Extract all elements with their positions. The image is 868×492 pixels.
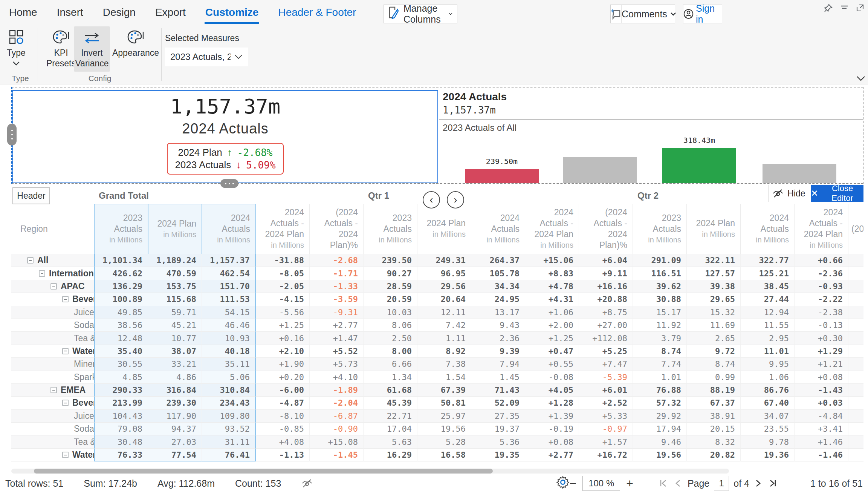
table-cell[interactable]: 2.95 [741,332,795,345]
table-cell[interactable]: +1.46 [795,435,848,448]
kpi-card[interactable]: 1,157.37m 2024 Actuals 2024 Plan↑-2.68%2… [12,90,438,183]
table-cell[interactable]: 90.27 [364,267,417,280]
table-cell[interactable]: 1,157.37 [202,254,256,267]
table-cell[interactable]: 77.54 [148,449,202,461]
table-cell[interactable]: -3.59 [310,293,364,306]
table-cell[interactable]: +1.06 [525,306,579,319]
table-cell[interactable]: 234.43 [202,397,256,409]
table-cell[interactable]: +1.90 [256,358,310,371]
table-cell[interactable]: 35.40 [94,345,148,358]
table-cell[interactable]: 27.44 [741,293,795,306]
table-cell[interactable]: 125.21 [741,267,795,280]
table-cell[interactable]: +2.77 [310,319,364,332]
table-cell[interactable]: -0.97 [579,423,633,435]
table-cell[interactable]: +5.33 [579,410,633,423]
table-cell[interactable]: 29.65 [687,293,741,306]
table-cell[interactable]: 2.36 [471,332,525,345]
table-cell[interactable]: 5.63 [364,435,417,448]
table-cell[interactable]: 30.48 [94,435,148,448]
table-cell[interactable]: 6.66 [364,358,417,371]
row-header-tea-coff-[interactable]: Tea & Coff... [11,332,94,345]
close-editor-button[interactable]: ✕ Close Editor [811,185,863,202]
table-cell[interactable]: +0.03 [795,397,848,409]
table-cell[interactable]: +0.66 [795,254,848,267]
table-cell[interactable]: -1.71 [310,267,364,280]
table-cell[interactable]: +0.16 [256,332,310,345]
chart-bar[interactable] [662,148,736,183]
table-cell[interactable]: -0.08 [525,371,579,384]
table-cell[interactable]: 34.34 [471,280,525,293]
table-cell[interactable]: 39.38 [687,280,741,293]
table-cell[interactable]: 27.35 [471,410,525,423]
table-cell[interactable]: +4.08 [256,435,310,448]
table-cell[interactable]: 28.59 [364,280,417,293]
table-cell[interactable]: -2.04 [310,397,364,409]
table-cell[interactable]: 4.85 [94,371,148,384]
table-cell[interactable]: 61.68 [364,384,417,397]
table-cell[interactable]: +1.28 [525,397,579,409]
pin-icon[interactable] [824,3,833,13]
collapse-icon[interactable] [62,348,69,354]
table-cell[interactable]: -2.22 [795,293,848,306]
table-cell[interactable]: +4.10 [310,371,364,384]
table-cell[interactable]: +15.08 [310,435,364,448]
type-button[interactable]: Type [7,29,26,66]
tab-header-footer[interactable]: Header & Footer [278,6,356,18]
table-cell[interactable]: -0.90 [310,423,364,435]
column-group-header[interactable]: Qtr 1 [364,187,633,204]
table-cell[interactable]: 239.30 [148,397,202,409]
collapse-icon[interactable] [27,257,34,264]
table-cell[interactable]: 470.59 [148,267,202,280]
tab-design[interactable]: Design [103,6,136,18]
table-cell[interactable]: 35.11 [202,358,256,371]
table-cell[interactable]: 1,101.34 [94,254,148,267]
measure-column-header[interactable]: 2024 Planin Millions [687,204,741,254]
table-cell[interactable]: 7.94 [471,358,525,371]
table-cell[interactable]: 93.52 [202,423,256,435]
row-header-mineral-w-[interactable]: Mineral W... [11,358,94,371]
table-cell[interactable]: 16.29 [364,449,417,461]
table-cell[interactable]: 38.56 [94,319,148,332]
table-cell[interactable]: 8.32 [687,435,741,448]
table-cell[interactable]: 52.09 [471,397,525,409]
row-header-water[interactable]: Water [11,345,94,358]
table-cell[interactable]: 1.34 [364,371,417,384]
table-cell[interactable]: 9.46 [633,435,687,448]
table-cell[interactable]: 9.78 [741,435,795,448]
measure-column-header[interactable]: 2023 Actualsin Millions [633,204,687,254]
manage-columns-button[interactable]: Manage Columns [384,5,457,23]
measure-column-header[interactable]: (2024 Actuals - 2024 Plan)% [579,204,633,254]
table-cell[interactable]: 12.48 [94,332,148,345]
measure-column-header[interactable]: 2024 Actuals - 2024 Planin Millions [256,204,310,254]
table-cell[interactable]: 426.62 [94,267,148,280]
table-cell[interactable]: 7.42 [417,319,471,332]
tab-customize[interactable]: Customize [205,6,259,18]
table-cell[interactable]: +4.05 [525,384,579,397]
table-cell[interactable]: +4.78 [525,280,579,293]
table-cell[interactable]: -1.46 [795,449,848,461]
row-header-beverages[interactable]: Beverages [11,397,94,409]
measure-column-header[interactable]: 2024 Actualsin Millions [741,204,795,254]
table-cell[interactable]: 0.99 [687,371,741,384]
scroll-columns-left-button[interactable]: ‹ [423,191,440,208]
table-cell[interactable]: +9.11 [579,267,633,280]
table-cell[interactable]: 8.74 [687,358,741,371]
table-cell[interactable]: +1.57 [579,435,633,448]
row-header-juices[interactable]: Juices [11,410,94,423]
table-cell[interactable]: 5.06 [202,371,256,384]
table-cell[interactable]: 290.33 [94,384,148,397]
table-cell[interactable]: 38.45 [741,280,795,293]
row-header-beverages[interactable]: Beverages [11,293,94,306]
table-cell[interactable]: 1.54 [417,371,471,384]
table-cell[interactable]: -2.05 [256,280,310,293]
table-cell[interactable]: 50.81 [417,397,471,409]
table-cell[interactable]: -6.87 [310,410,364,423]
table-cell[interactable]: +4.31 [525,293,579,306]
table-cell[interactable]: +0.47 [525,345,579,358]
table-cell[interactable]: 11.92 [633,319,687,332]
table-cell[interactable]: +5.52 [310,345,364,358]
table-cell[interactable]: 16.58 [417,449,471,461]
table-cell[interactable]: 19.56 [417,423,471,435]
table-cell[interactable]: -4.84 [795,410,848,423]
table-cell[interactable]: +16.16 [579,280,633,293]
